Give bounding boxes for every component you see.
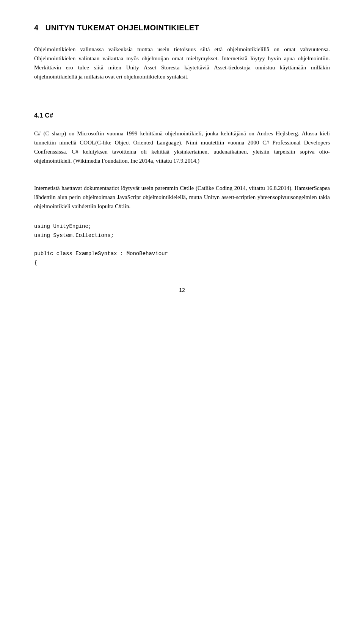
chapter-number: 4 [34, 24, 39, 32]
code-line-2: using System.Collections; [34, 231, 330, 240]
chapter-title-text: UNITYN TUKEMAT OHJELMOINTIKIELET [46, 24, 199, 32]
paragraph-1: Ohjelmointikielen valinnassa vaikeuksia … [34, 45, 330, 81]
code-line-4: public class ExampleSyntax : MonoBehavio… [34, 249, 330, 259]
page-number: 12 [34, 286, 330, 295]
code-line-3 [34, 240, 330, 249]
chapter-title: 4 UNITYN TUKEMAT OHJELMOINTIKIELET [34, 23, 330, 33]
section-4-1-title: 4.1 C# [34, 111, 330, 121]
paragraph-2: C# (C sharp) on Microsoftin vuonna 1999 … [34, 129, 330, 165]
paragraph-3: Internetistä haettavat dokumentaatiot lö… [34, 184, 330, 211]
code-line-1: using UnityEngine; [34, 222, 330, 231]
code-block: using UnityEngine; using System.Collecti… [34, 222, 330, 267]
code-line-5: { [34, 259, 330, 268]
